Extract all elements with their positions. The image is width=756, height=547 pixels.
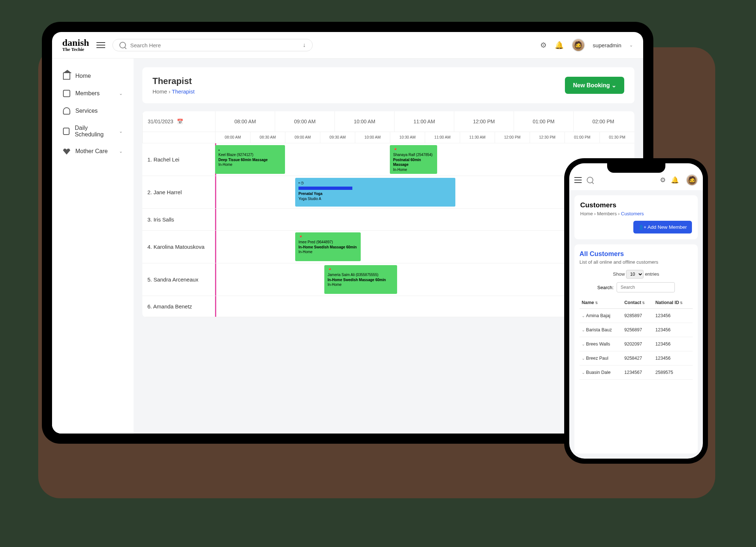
- logo: danish The Techie: [62, 39, 89, 51]
- new-booking-button[interactable]: New Booking ⌄: [565, 77, 624, 94]
- topbar: danish The Techie ↓ ⚙ 🔔 🧔 superadmin ⌄: [52, 32, 643, 59]
- table-search-input[interactable]: [617, 282, 675, 292]
- date-picker[interactable]: 31/01/2023: [142, 111, 215, 132]
- phone-screen: ⚙ 🔔 🧔 Customers Home › Members › Custome…: [569, 163, 703, 459]
- col-nid[interactable]: National ID: [653, 297, 693, 309]
- time-sub: 12:30 PM: [530, 132, 565, 143]
- event-title: In-Home Swedish Massage 60min: [328, 278, 394, 283]
- schedule-row: 4. Karolina Matouskova Imee Pred (964489…: [142, 231, 634, 263]
- chevron-down-icon: ⌄: [119, 129, 123, 134]
- time-sub: 11:30 AM: [460, 132, 495, 143]
- table-row[interactable]: Amina Bajaj9285897123456: [579, 309, 693, 323]
- schedule-row: 1. Rachel Lei ▪ Keel Blaze (9274127) Dee…: [142, 143, 634, 176]
- breadcrumb-home[interactable]: Home: [153, 88, 167, 95]
- sidebar-item-label: Daily Scheduling: [75, 125, 114, 138]
- sidebar-item-label: Home: [75, 73, 91, 79]
- time-sub: 10:00 AM: [355, 132, 390, 143]
- booking-event[interactable]: Shanaya Raif (2547854) Postnatal 60min M…: [390, 145, 437, 174]
- schedule-grid: 31/01/2023 08:00 AM 09:00 AM 10:00 AM 11…: [142, 111, 634, 317]
- cell-name: Buasin Dale: [579, 366, 622, 380]
- breadcrumb-home[interactable]: Home: [580, 211, 593, 216]
- now-indicator: [215, 296, 216, 317]
- members-icon: [63, 90, 70, 97]
- entries-select[interactable]: 10: [626, 270, 644, 279]
- schedule-header-major: 31/01/2023 08:00 AM 09:00 AM 10:00 AM 11…: [142, 111, 634, 132]
- download-icon[interactable]: ↓: [303, 42, 306, 48]
- booking-event[interactable]: Imee Pred (9644897) In-Home Swedish Mass…: [295, 232, 361, 261]
- sidebar-item-services[interactable]: Services: [57, 102, 128, 120]
- breadcrumb-members[interactable]: Members: [597, 211, 617, 216]
- sidebar-item-mother-care[interactable]: Mother Care ⌄: [57, 143, 128, 160]
- event-customer: Imee Pred (9644897): [298, 240, 357, 245]
- menu-toggle-icon[interactable]: [96, 40, 105, 50]
- pin-icon: [393, 148, 434, 153]
- event-location: In-Home: [298, 249, 357, 255]
- cell-contact: 9285897: [622, 309, 653, 323]
- table-row[interactable]: Buasin Dale12345672589575: [579, 366, 693, 380]
- time-sub: 12:00 PM: [495, 132, 530, 143]
- cell-nid: 123456: [653, 351, 693, 366]
- pin-icon: [298, 235, 357, 240]
- table-row[interactable]: Barista Bauz9256897123456: [579, 323, 693, 337]
- search-label: Search:: [597, 285, 614, 290]
- now-indicator: [215, 209, 216, 230]
- cell-contact: 9258427: [622, 351, 653, 366]
- booking-event[interactable]: ▪ ◷ Prenatal Yoga Yoga Studio A: [295, 178, 455, 207]
- customers-card: All Customers List of all online and off…: [574, 244, 698, 454]
- cell-nid: 123456: [653, 323, 693, 337]
- bell-icon[interactable]: 🔔: [555, 41, 564, 49]
- col-name[interactable]: Name: [579, 297, 622, 309]
- avatar[interactable]: 🧔: [686, 174, 698, 186]
- therapist-name: 1. Rachel Lei: [142, 143, 215, 176]
- logo-line1: danish: [62, 39, 89, 47]
- col-contact[interactable]: Contact: [622, 297, 653, 309]
- sidebar-item-daily-scheduling[interactable]: Daily Scheduling ⌄: [57, 120, 128, 143]
- cell-name: Brees Walls: [579, 337, 622, 351]
- page-title: Therapist: [153, 76, 195, 86]
- table-row[interactable]: Brees Walls9202097123456: [579, 337, 693, 351]
- search-input[interactable]: [130, 42, 298, 48]
- sidebar-item-home[interactable]: Home: [57, 67, 128, 85]
- breadcrumb-current: Therapist: [172, 88, 195, 95]
- event-location: In-Home: [328, 282, 394, 287]
- menu-toggle-icon[interactable]: [574, 175, 582, 185]
- cell-name: Breez Paul: [579, 351, 622, 366]
- event-customer: Jameria Saim Ali (0355875555): [328, 272, 394, 278]
- cell-contact: 1234567: [622, 366, 653, 380]
- event-customer: Keel Blaze (9274127): [218, 152, 282, 157]
- cell-nid: 123456: [653, 337, 693, 351]
- now-indicator: [215, 231, 216, 263]
- schedule-row: 5. Sandra Arceneaux Jameria Saim Ali (03…: [142, 263, 634, 296]
- time-header: 11:00 AM: [394, 111, 454, 132]
- time-header: 09:00 AM: [275, 111, 335, 132]
- gear-icon[interactable]: ⚙: [660, 176, 666, 184]
- bell-icon[interactable]: 🔔: [671, 176, 679, 184]
- time-sub: 11:00 AM: [425, 132, 460, 143]
- search-box[interactable]: ↓: [112, 39, 313, 51]
- cell-name: Amina Bajaj: [579, 309, 622, 323]
- chevron-down-icon[interactable]: ⌄: [629, 43, 633, 48]
- now-indicator: [215, 263, 216, 296]
- gear-icon[interactable]: ⚙: [540, 41, 547, 49]
- card-title: All Customers: [579, 250, 693, 258]
- sidebar-item-members[interactable]: Members ⌄: [57, 85, 128, 102]
- avatar[interactable]: 🧔: [572, 39, 585, 52]
- tablet-frame: danish The Techie ↓ ⚙ 🔔 🧔 superadmin ⌄: [42, 22, 653, 444]
- sidebar: Home Members ⌄ Services Daily Scheduling…: [52, 59, 134, 434]
- booking-event[interactable]: Jameria Saim Ali (0355875555) In-Home Sw…: [324, 265, 397, 294]
- user-name[interactable]: superadmin: [593, 42, 621, 48]
- card-subtitle: List of all online and offline customers: [579, 259, 693, 265]
- event-title: In-Home Swedish Massage 60min: [298, 245, 357, 250]
- event-title: Postnatal 60min Massage: [393, 157, 434, 167]
- time-sub: 01:30 PM: [599, 132, 634, 143]
- booking-event[interactable]: ▪ Keel Blaze (9274127) Deep Tissue 60min…: [215, 145, 285, 174]
- sidebar-item-label: Services: [75, 108, 98, 114]
- add-member-button[interactable]: Add New Member: [633, 221, 692, 233]
- therapist-name: 4. Karolina Matouskova: [142, 231, 215, 263]
- search-icon[interactable]: [587, 177, 593, 183]
- sidebar-item-label: Members: [75, 90, 100, 97]
- cell-nid: 2589575: [653, 366, 693, 380]
- therapist-name: 3. Iris Salls: [142, 209, 215, 230]
- table-row[interactable]: Breez Paul9258427123456: [579, 351, 693, 366]
- heart-icon: [63, 148, 70, 155]
